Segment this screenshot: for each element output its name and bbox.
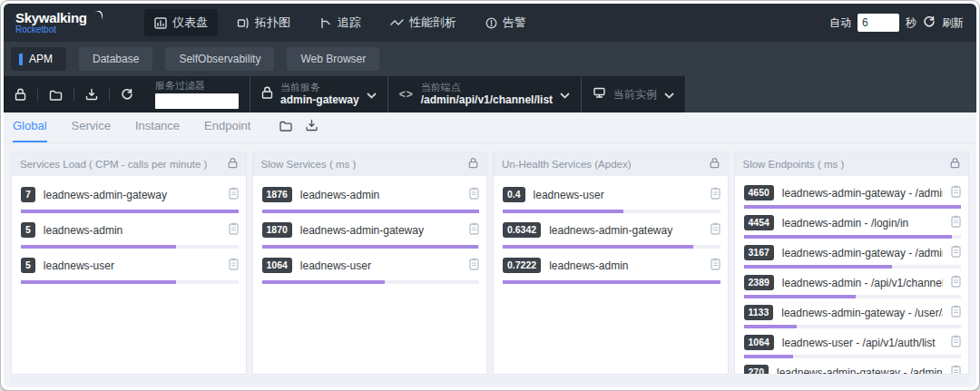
panel-body: 0.4leadnews-user0.6342leadnews-admin-gat… xyxy=(494,176,728,374)
current-endpoint-selector[interactable]: <> 当前端点 /admin/api/v1/channel/list xyxy=(388,82,581,108)
scope-tab-instance[interactable]: Instance xyxy=(135,119,180,142)
layer-tab-selfobservability[interactable]: SelfObservability xyxy=(165,47,274,71)
copy-icon[interactable] xyxy=(229,187,239,203)
value-bar-track xyxy=(262,210,480,213)
nav-item-topology[interactable]: 拓扑图 xyxy=(227,9,300,36)
skywalking-app: Skywalking Rocketbot 仪表盘 拓扑图 xyxy=(4,4,976,387)
toolbar-left: 服务过滤器 当前服务 admin-gateway <> xyxy=(4,76,686,112)
copy-icon[interactable] xyxy=(710,222,720,239)
logo-swoosh-icon xyxy=(92,9,104,24)
download-icon[interactable] xyxy=(305,119,318,135)
service-filter: 服务过滤器 xyxy=(144,80,250,109)
value-bar xyxy=(503,245,693,249)
code-brackets-icon: <> xyxy=(399,88,414,101)
value-bar-track xyxy=(21,210,239,213)
list-item[interactable]: 5leadnews-admin xyxy=(12,216,246,251)
list-item[interactable]: 7leadnews-admin-gateway xyxy=(12,181,246,216)
panel-header: Services Load ( CPM - calls per minute ) xyxy=(12,152,246,176)
value-badge: 4454 xyxy=(744,215,774,230)
copy-icon[interactable] xyxy=(951,275,961,291)
item-label: leadnews-user xyxy=(534,189,702,201)
top-navbar: Skywalking Rocketbot 仪表盘 拓扑图 xyxy=(4,4,976,42)
refresh-label[interactable]: 刷新 xyxy=(942,15,964,31)
chevron-down-icon xyxy=(664,86,674,103)
panel-title: Un-Health Services (Apdex) xyxy=(502,159,632,170)
dashboard-panel: Services Load ( CPM - calls per minute )… xyxy=(11,152,247,375)
copy-icon[interactable] xyxy=(951,365,961,375)
copy-icon[interactable] xyxy=(229,258,239,274)
seconds-label: 秒 xyxy=(906,15,916,31)
copy-icon[interactable] xyxy=(951,305,961,321)
value-bar-track xyxy=(744,205,962,209)
current-service-selector[interactable]: 当前服务 admin-gateway xyxy=(250,82,387,108)
value-badge: 0.4 xyxy=(503,187,525,202)
value-bar xyxy=(262,280,386,284)
list-item[interactable]: 0.6342leadnews-admin-gateway xyxy=(494,216,728,251)
list-item[interactable]: 1876leadnews-admin xyxy=(253,181,487,216)
list-item[interactable]: 1064leadnews-user - /api/v1/auth/list xyxy=(735,330,969,360)
copy-icon[interactable] xyxy=(951,215,961,231)
list-item[interactable]: 4650leadnews-admin-gateway - /admin/logi… xyxy=(735,181,969,210)
service-filter-input[interactable] xyxy=(155,93,239,109)
main-nav: 仪表盘 拓扑图 追踪 性能剖析 xyxy=(144,9,536,36)
copy-icon[interactable] xyxy=(469,222,479,239)
dashboard-panel: Slow Services ( ms )1876leadnews-admin18… xyxy=(252,152,488,375)
value-badge: 4650 xyxy=(744,185,774,200)
nav-item-alarm[interactable]: 告警 xyxy=(475,9,536,36)
refresh-icon[interactable] xyxy=(923,15,936,31)
list-item[interactable]: 2389leadnews-admin - /api/v1/channel/lis… xyxy=(735,270,969,300)
item-label: leadnews-admin-gateway - /admin/api/v xyxy=(777,367,943,375)
alarm-icon xyxy=(485,17,497,29)
scope-tab-service[interactable]: Service xyxy=(72,119,111,142)
list-item[interactable]: 1133leadnews-admin-gateway - /user/api/v… xyxy=(735,300,969,330)
nav-item-dashboard[interactable]: 仪表盘 xyxy=(144,9,218,36)
nav-item-profile[interactable]: 性能剖析 xyxy=(380,9,466,36)
value-bar xyxy=(21,210,239,213)
refresh-interval-input[interactable] xyxy=(858,14,899,32)
list-item[interactable]: 1064leadnews-user xyxy=(253,251,487,287)
copy-icon[interactable] xyxy=(229,222,239,239)
panel-lock-icon[interactable] xyxy=(950,156,960,172)
copy-icon[interactable] xyxy=(710,187,720,203)
nav-item-label: 告警 xyxy=(503,15,526,31)
layer-tabs: APM Database SelfObservability Web Brows… xyxy=(4,42,976,76)
nav-item-label: 仪表盘 xyxy=(172,15,208,31)
list-item[interactable]: 5leadnews-user xyxy=(12,251,246,287)
toolbar-refresh-button[interactable] xyxy=(110,88,144,101)
layer-tab-apm[interactable]: APM xyxy=(11,47,66,71)
list-item[interactable]: 1870leadnews-admin-gateway xyxy=(253,216,487,251)
value-bar-track xyxy=(262,280,480,284)
copy-icon[interactable] xyxy=(951,185,961,201)
scope-tab-global[interactable]: Global xyxy=(13,119,47,142)
list-item[interactable]: 4454leadnews-admin - /login/in xyxy=(735,210,969,240)
folder-button[interactable] xyxy=(38,89,74,101)
layer-tab-web-browser[interactable]: Web Browser xyxy=(287,47,379,71)
list-item[interactable]: 0.7222leadnews-admin xyxy=(494,251,728,287)
list-item[interactable]: 0.4leadnews-user xyxy=(494,181,728,216)
panel-lock-icon[interactable] xyxy=(710,156,720,172)
item-label: leadnews-admin - /api/v1/channel/list xyxy=(782,277,943,289)
copy-icon[interactable] xyxy=(469,187,479,203)
value-bar-track xyxy=(744,265,962,269)
download-button[interactable] xyxy=(74,88,109,101)
folder-icon[interactable] xyxy=(279,119,293,135)
list-item[interactable]: 3167leadnews-admin-gateway - /admin/api/… xyxy=(735,240,969,270)
list-item[interactable]: 270leadnews-admin-gateway - /admin/api/v xyxy=(735,360,969,374)
copy-icon[interactable] xyxy=(710,258,720,274)
panel-lock-icon[interactable] xyxy=(228,156,238,172)
panel-title: Services Load ( CPM - calls per minute ) xyxy=(20,159,207,170)
value-badge: 0.6342 xyxy=(503,222,541,238)
item-label: leadnews-admin-gateway xyxy=(300,224,461,237)
copy-icon[interactable] xyxy=(951,245,961,261)
lock-toggle-button[interactable] xyxy=(4,88,37,101)
copy-icon[interactable] xyxy=(469,258,479,274)
panel-body: 4650leadnews-admin-gateway - /admin/logi… xyxy=(735,176,969,374)
value-badge: 2389 xyxy=(744,275,774,290)
current-instance-selector[interactable]: 当前实例 xyxy=(582,86,685,103)
layer-tab-database[interactable]: Database xyxy=(79,47,152,71)
panel-lock-icon[interactable] xyxy=(468,156,478,172)
nav-item-trace[interactable]: 追踪 xyxy=(309,9,371,36)
scope-tab-endpoint[interactable]: Endpoint xyxy=(204,119,250,142)
copy-icon[interactable] xyxy=(951,335,961,351)
current-endpoint-label: 当前端点 xyxy=(421,82,553,94)
